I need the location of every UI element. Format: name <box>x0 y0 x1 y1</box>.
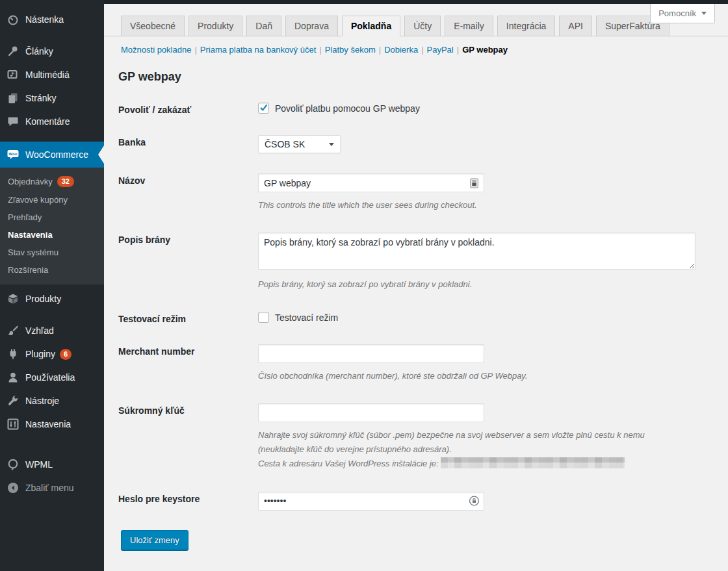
checkmark-icon <box>259 103 268 112</box>
sidebar-item-comments[interactable]: Komentáre <box>0 110 104 133</box>
help-button[interactable]: Pomocník <box>650 4 715 23</box>
form-row-enable: Povoliť / zakázať Povoliť platbu pomocou… <box>118 89 696 124</box>
page-title: GP webpay <box>118 70 728 84</box>
sidebar-item-posts[interactable]: Články <box>0 40 104 63</box>
form-row-private-key: Súkromný kľúč Nahrajte svoj súkromný kľú… <box>118 392 696 480</box>
sidebar-item-reports[interactable]: Prehľady <box>0 209 104 226</box>
brush-icon <box>6 324 20 337</box>
sidebar-item-appearance[interactable]: Vzhľad <box>0 319 104 342</box>
form-row-keystore-password: Heslo pre keystore <box>118 481 696 520</box>
dashboard-icon <box>6 13 20 26</box>
sidebar-item-users[interactable]: Používatelia <box>0 366 104 389</box>
bank-select[interactable]: ČSOB SK <box>258 135 341 153</box>
form-row-merchant-number: Merchant number Číslo obchodníka (mercha… <box>118 333 696 392</box>
test-mode-checkbox-label: Testovací režim <box>275 312 338 323</box>
sidebar-item-label: Nástenka <box>25 14 64 25</box>
admin-sidebar: Nástenka Články Multimédiá Stránky Komen… <box>0 0 104 571</box>
field-label: Názov <box>118 162 258 222</box>
subnav-gp-webpay-current: GP webpay <box>462 45 508 55</box>
woocommerce-icon: Woo <box>6 148 20 161</box>
subnav-cheque[interactable]: Platby šekom <box>325 45 376 55</box>
subnav-separator: | <box>421 45 423 55</box>
sidebar-item-plugins[interactable]: Pluginy 6 <box>0 342 104 366</box>
description-textarea[interactable]: Popis brány, ktorý sa zobrazí po vybratí… <box>258 233 696 270</box>
form-row-description: Popis brány Popis brány, ktorý sa zobraz… <box>118 222 696 301</box>
sidebar-item-orders[interactable]: Objednávky 32 <box>0 172 104 191</box>
chevron-down-icon <box>701 12 707 15</box>
sidebar-item-label: WPML <box>25 459 53 470</box>
sidebar-item-products[interactable]: Produkty <box>0 287 104 311</box>
collapse-menu-button[interactable]: Zbaliť menu <box>0 476 104 500</box>
wrench-icon <box>6 394 20 407</box>
tab-accounts[interactable]: Účty <box>404 16 441 36</box>
subnav-separator: | <box>379 45 381 55</box>
subnav-paypal[interactable]: PayPal <box>427 45 454 55</box>
wordpress-admin: Nástenka Články Multimédiá Stránky Komen… <box>0 0 728 571</box>
tab-products[interactable]: Produkty <box>188 16 242 36</box>
sidebar-item-settings-current[interactable]: Nastavenia <box>0 226 104 244</box>
sidebar-item-settings[interactable]: Nastavenia <box>0 412 104 436</box>
sidebar-item-wpml[interactable]: WPML <box>0 453 104 476</box>
settings-page: Pomocník Všeobecné Produkty Daň Doprava … <box>104 0 728 571</box>
sliders-icon <box>6 418 20 431</box>
subnav-separator: | <box>194 45 196 55</box>
title-help-text: This controls the title which the user s… <box>258 198 696 212</box>
password-lock-icon[interactable] <box>469 496 480 507</box>
menu-separator <box>0 311 104 319</box>
title-input[interactable] <box>258 173 484 192</box>
orders-count-badge: 32 <box>57 176 74 187</box>
sidebar-item-tools[interactable]: Nástroje <box>0 389 104 412</box>
tab-tax[interactable]: Daň <box>246 16 281 36</box>
sidebar-item-label: Nástroje <box>25 396 59 406</box>
sidebar-item-label: Pluginy <box>25 349 55 359</box>
test-mode-checkbox[interactable] <box>258 312 269 323</box>
sidebar-item-label: Nastavenia <box>25 419 71 429</box>
merchant-number-help-text: Číslo obchodníka (merchant number), ktor… <box>258 369 696 383</box>
bank-select-value: ČSOB SK <box>265 139 305 149</box>
tab-integration[interactable]: Integrácia <box>497 16 555 36</box>
sidebar-item-extensions[interactable]: Rozšírenia <box>0 261 104 279</box>
tab-general[interactable]: Všeobecné <box>121 16 185 36</box>
checkout-subnav: Možnosti pokladne|Priama platba na banko… <box>121 45 728 55</box>
sidebar-item-label: Články <box>25 46 53 57</box>
tab-api[interactable]: API <box>559 16 592 36</box>
menu-separator <box>0 133 104 142</box>
woocommerce-submenu: Objednávky 32 Zľavové kupóny Prehľady Na… <box>0 168 104 285</box>
sidebar-item-coupons[interactable]: Zľavové kupóny <box>0 191 104 209</box>
gateway-settings-form: Povoliť / zakázať Povoliť platbu pomocou… <box>118 89 696 520</box>
tab-checkout[interactable]: Pokladňa <box>342 16 400 36</box>
collapse-arrow-icon <box>6 481 20 494</box>
save-changes-button[interactable]: Uložiť zmeny <box>121 530 188 550</box>
sidebar-item-label: Komentáre <box>25 116 70 127</box>
tab-shipping[interactable]: Doprava <box>285 16 338 36</box>
sidebar-item-dashboard[interactable]: Nástenka <box>0 8 104 31</box>
keystore-password-input[interactable] <box>258 492 484 511</box>
sidebar-item-label: Produkty <box>25 294 61 304</box>
menu-separator <box>0 31 104 40</box>
subnav-bacs[interactable]: Priama platba na bankový účet <box>200 45 317 55</box>
settings-tabs: Všeobecné Produkty Daň Doprava Pokladňa … <box>104 16 728 36</box>
merchant-number-input[interactable] <box>258 344 484 363</box>
enable-checkbox[interactable] <box>258 103 269 114</box>
pin-icon <box>6 45 20 58</box>
redacted-path-block <box>441 457 625 468</box>
private-key-help-text: Nahrajte svoj súkromný kľúč (súbor .pem)… <box>258 428 679 471</box>
enable-checkbox-label: Povoliť platbu pomocou GP webpay <box>275 103 420 114</box>
products-icon <box>6 292 20 305</box>
sidebar-item-woocommerce[interactable]: Woo WooCommerce <box>0 142 104 168</box>
field-label: Súkromný kľúč <box>118 392 258 480</box>
sidebar-item-system-status[interactable]: Stav systému <box>0 244 104 261</box>
form-row-test-mode: Testovací režim Testovací režim <box>118 301 696 333</box>
sidebar-item-media[interactable]: Multimédiá <box>0 63 104 86</box>
field-label: Heslo pre keystore <box>118 481 258 520</box>
autofill-icon[interactable] <box>469 177 480 188</box>
tab-emails[interactable]: E-maily <box>445 16 493 36</box>
private-key-input[interactable] <box>258 403 484 422</box>
admin-bar-strip <box>104 0 728 4</box>
subnav-checkout-options[interactable]: Možnosti pokladne <box>121 45 191 55</box>
field-label: Merchant number <box>118 333 258 392</box>
sidebar-item-pages[interactable]: Stránky <box>0 86 104 110</box>
subnav-cod[interactable]: Dobierka <box>384 45 418 55</box>
field-label: Testovací režim <box>118 301 258 333</box>
subnav-separator: | <box>319 45 321 55</box>
